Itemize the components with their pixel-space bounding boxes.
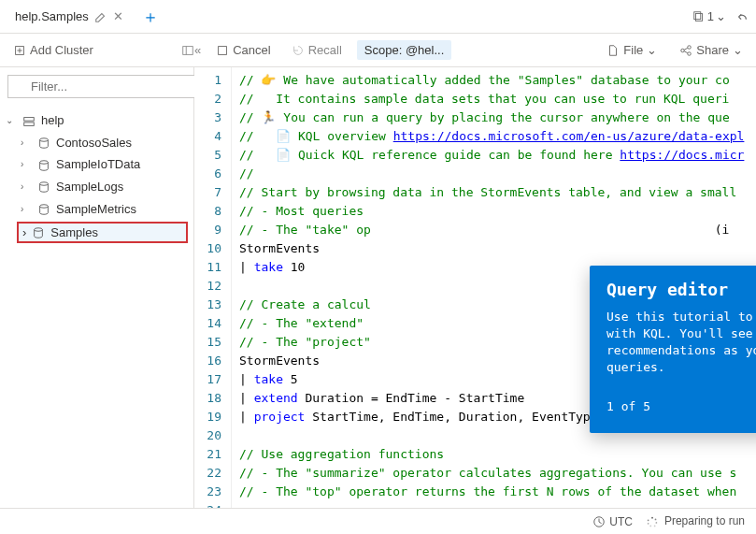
svg-point-22 (655, 518, 657, 520)
tree-item-label: SampleLogs (56, 180, 123, 194)
tree-item[interactable]: ›SampleIoTData (0, 153, 193, 176)
add-tab-button[interactable]: ＋ (142, 6, 159, 28)
scope-label: Scope: @hel... (364, 43, 444, 57)
svg-point-18 (40, 205, 49, 209)
svg-point-25 (649, 525, 651, 527)
statusbar: UTC Preparing to run (0, 508, 756, 534)
tree-item-label: SampleIoTData (56, 157, 140, 171)
tab-title: help.Samples (15, 9, 89, 23)
tree-root-label: help (41, 113, 64, 127)
svg-point-9 (688, 45, 692, 49)
chevron-right-icon: › (22, 225, 26, 239)
file-menu[interactable]: File ⌄ (601, 41, 663, 59)
tree-item-label: Samples (50, 225, 98, 239)
chevron-down-icon: ⌄ (647, 43, 657, 57)
run-status-label: Preparing to run (664, 514, 745, 527)
tab-help-samples[interactable]: help.Samples ✕ (7, 6, 131, 28)
tree-item[interactable]: ›ContosoSales (0, 132, 193, 154)
tree-item[interactable]: ›SampleLogs (0, 176, 193, 198)
tree-item-label: ContosoSales (56, 136, 132, 150)
tree-item-samples-highlighted[interactable]: ›Samples (17, 222, 188, 244)
tree-root-help[interactable]: ⌄ help (0, 109, 193, 132)
chevron-right-icon: › (21, 159, 32, 169)
svg-rect-7 (219, 46, 227, 54)
database-icon (32, 225, 45, 240)
chevron-down-icon: ⌄ (716, 9, 726, 23)
svg-line-12 (685, 51, 689, 52)
cancel-button[interactable]: Cancel (210, 41, 276, 59)
add-cluster-button[interactable]: Add Cluster (7, 41, 99, 59)
svg-rect-13 (24, 117, 35, 121)
collapse-sidebar-icon[interactable] (181, 43, 194, 58)
chevron-right-icon: › (21, 137, 32, 148)
chevron-right-icon: › (21, 204, 32, 214)
server-icon (22, 113, 36, 128)
line-gutter: 123456789101112131415161718192021222324 (194, 67, 232, 508)
cluster-tree: ⌄ help ›ContosoSales›SampleIoTData›Sampl… (0, 106, 193, 249)
svg-rect-1 (694, 11, 701, 19)
tutorial-callout: ✕ Query editor Use this tutorial to fami… (590, 266, 756, 433)
chevron-down-icon: ⌄ (733, 43, 743, 57)
spinner-icon (646, 514, 659, 528)
filter-input[interactable] (7, 75, 196, 98)
share-label: Share (696, 43, 729, 57)
svg-point-10 (688, 51, 692, 55)
chevrons-left-icon[interactable]: « (194, 43, 201, 57)
close-icon[interactable]: ✕ (113, 9, 123, 23)
svg-point-15 (40, 138, 49, 142)
callout-step: 1 of 5 (606, 397, 650, 416)
database-icon (37, 180, 50, 195)
svg-rect-0 (695, 13, 702, 21)
svg-line-11 (685, 48, 689, 50)
share-menu[interactable]: Share ⌄ (674, 41, 749, 59)
svg-point-16 (40, 160, 49, 164)
toolbar: Add Cluster « Cancel Recall Scope: @hel.… (0, 34, 756, 67)
svg-rect-14 (24, 122, 35, 125)
database-icon (37, 201, 50, 216)
tabbar: help.Samples ✕ ＋ 1 ⌄ (0, 0, 756, 34)
svg-point-17 (40, 182, 49, 186)
sidebar: ☆ ⌄ help ›ContosoSales›SampleIoTData›Sam… (0, 67, 194, 508)
timezone-button[interactable]: UTC (592, 515, 633, 528)
recall-label: Recall (308, 43, 342, 57)
pencil-icon[interactable] (94, 9, 107, 24)
timezone-label: UTC (609, 515, 633, 528)
recall-button[interactable]: Recall (286, 41, 348, 59)
tree-item[interactable]: ›SampleMetrics (0, 197, 193, 220)
svg-point-27 (648, 519, 649, 521)
run-status: Preparing to run (646, 514, 745, 528)
svg-point-8 (681, 49, 685, 52)
svg-rect-5 (183, 47, 193, 55)
file-label: File (623, 43, 643, 57)
svg-point-26 (648, 523, 649, 525)
add-cluster-label: Add Cluster (30, 43, 93, 57)
svg-point-23 (655, 522, 657, 524)
copy-count: 1 (707, 9, 714, 23)
chevron-down-icon: ⌄ (6, 115, 17, 125)
cancel-label: Cancel (233, 43, 270, 57)
undo-icon[interactable] (735, 9, 749, 24)
callout-title: Query editor (606, 281, 756, 299)
scope-selector[interactable]: Scope: @hel... (357, 40, 451, 60)
filter-input-wrap (7, 75, 196, 98)
chevron-right-icon: › (21, 181, 32, 192)
svg-point-21 (651, 517, 653, 519)
copy-tabs-button[interactable]: 1 ⌄ (692, 9, 726, 23)
database-icon (37, 157, 50, 172)
callout-body: Use this tutorial to familiarize yoursel… (606, 309, 756, 376)
svg-point-24 (654, 525, 656, 527)
main: ☆ ⌄ help ›ContosoSales›SampleIoTData›Sam… (0, 67, 756, 508)
database-icon (37, 136, 50, 151)
tree-item-label: SampleMetrics (56, 202, 136, 216)
code-editor[interactable]: 123456789101112131415161718192021222324 … (194, 67, 756, 508)
svg-point-19 (35, 228, 43, 232)
